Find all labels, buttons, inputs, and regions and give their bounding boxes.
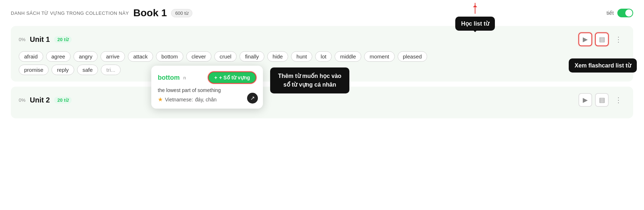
annotation-them-tu: Thêm từ muốn học vào sổ từ vựng cá nhân <box>270 67 349 93</box>
arrow-icon: ↗ <box>250 95 255 101</box>
unit1-word-count: 20 từ <box>54 36 71 43</box>
play-icon-2: ▶ <box>583 96 588 104</box>
unit2-progress: 0% <box>19 97 26 103</box>
word-tag-hunt[interactable]: hunt <box>291 51 312 62</box>
word-tag-reply[interactable]: reply <box>52 65 74 75</box>
word-tag-middle[interactable]: middle <box>335 51 361 62</box>
unit1-play-button[interactable]: ▶ <box>578 32 592 46</box>
unit2-title: Unit 2 <box>30 96 50 104</box>
unit1-card: 0% Unit 1 20 từ ▶ ▤ ⋮ Xem flashcard list… <box>11 26 633 82</box>
word-tag-hide[interactable]: hide <box>267 51 288 62</box>
star-icon: ★ <box>158 96 163 103</box>
unit2-flashcard-button[interactable]: ▤ <box>595 93 609 107</box>
unit1-progress: 0% <box>19 37 26 42</box>
word-tag-safe[interactable]: safe <box>77 65 98 75</box>
word-tag-agree[interactable]: agree <box>46 51 71 62</box>
detail-toggle[interactable] <box>617 9 633 17</box>
total-word-count-badge: 600 từ <box>171 9 192 17</box>
flashcard-icon-2: ▤ <box>599 96 605 104</box>
unit1-flashcard-button[interactable]: ▤ <box>595 32 609 46</box>
play-icon: ▶ <box>583 35 588 43</box>
unit2-actions: ▶ ▤ ⋮ <box>578 93 625 107</box>
word-tag-tri[interactable]: tri... <box>101 65 121 75</box>
unit1-actions: ▶ ▤ ⋮ <box>578 32 625 46</box>
detail-label: tiết <box>607 10 614 16</box>
word-tag-pleased[interactable]: pleased <box>398 51 428 62</box>
word-tag-attack[interactable]: attack <box>128 51 153 62</box>
collection-label: DANH SÁCH TỪ VỰNG TRONG COLLECTION NÀY <box>11 10 129 16</box>
annotation-xem-flashcard: Xem flashcard list từ <box>569 58 637 73</box>
unit1-share-button[interactable]: ⋮ <box>612 32 625 46</box>
word-tooltip-popup: bottom n + + Số từ vựng the lowest part … <box>151 66 263 109</box>
annotation-hoc-list: Học list từ <box>455 17 495 31</box>
tooltip-add-button[interactable]: + + Số từ vựng <box>208 71 256 84</box>
word-tag-promise[interactable]: promise <box>19 65 49 75</box>
word-tag-arrive[interactable]: arrive <box>100 51 125 62</box>
word-tag-moment[interactable]: moment <box>364 51 394 62</box>
tooltip-pos: n <box>183 75 186 80</box>
word-tag-lot[interactable]: lot <box>315 51 332 62</box>
unit2-play-button[interactable]: ▶ <box>578 93 592 107</box>
unit1-word-tags-row2: promise reply safe tri... bottom n + + S… <box>19 65 625 75</box>
unit2-word-count: 20 từ <box>54 97 71 104</box>
book-title: Book 1 <box>133 7 167 19</box>
word-tag-afraid[interactable]: afraid <box>19 51 43 62</box>
plus-icon: + <box>214 75 217 80</box>
word-tag-bottom[interactable]: bottom <box>156 51 183 62</box>
unit2-share-button[interactable]: ⋮ <box>612 93 625 107</box>
unit1-title: Unit 1 <box>30 35 50 44</box>
tooltip-definition: the lowest part of something <box>158 87 256 93</box>
vietnamese-value: đáy, chân <box>195 97 217 102</box>
tooltip-nav-button[interactable]: ↗ <box>247 93 258 104</box>
vietnamese-label: Vietnamese: <box>165 97 193 102</box>
share-icon-2: ⋮ <box>615 96 622 104</box>
share-icon: ⋮ <box>615 35 622 44</box>
tooltip-word: bottom <box>158 74 180 82</box>
word-tag-clever[interactable]: clever <box>186 51 211 62</box>
word-tag-cruel[interactable]: cruel <box>214 51 237 62</box>
word-tag-angry[interactable]: angry <box>73 51 98 62</box>
unit1-word-tags: afraid agree angry arrive attack bottom … <box>19 51 625 62</box>
tooltip-vietnamese: ★ Vietnamese: đáy, chân <box>158 96 256 103</box>
flashcard-icon: ▤ <box>599 35 605 43</box>
word-tag-finally[interactable]: finally <box>240 51 264 62</box>
add-btn-label: + Số từ vựng <box>219 75 250 80</box>
